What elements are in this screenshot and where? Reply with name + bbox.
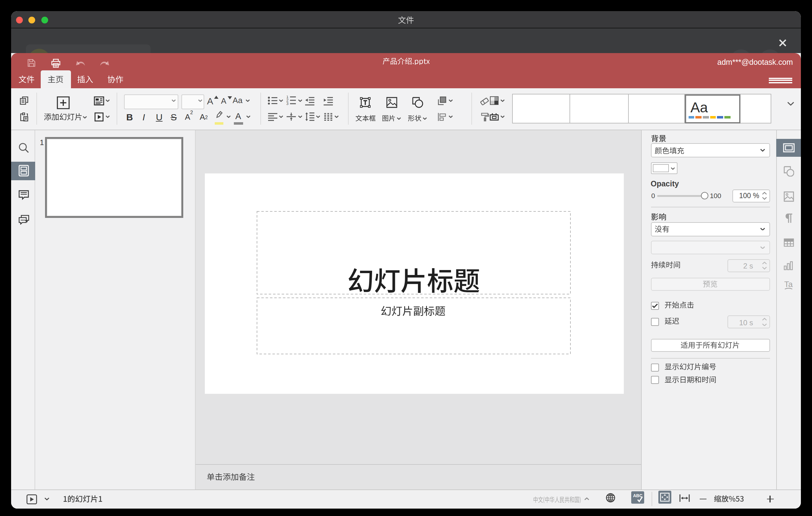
svg-text:3: 3 <box>286 101 288 106</box>
svg-text:ABC: ABC <box>633 493 642 498</box>
svg-text:Ta: Ta <box>784 280 792 289</box>
